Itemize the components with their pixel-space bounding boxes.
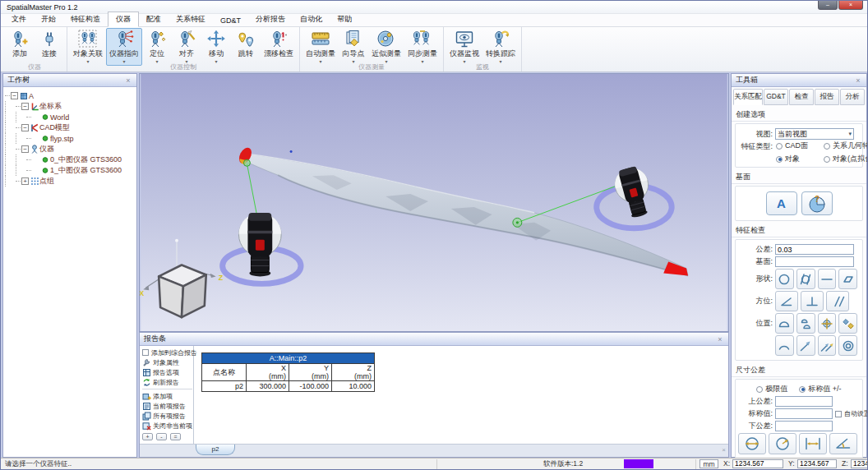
ribbon-button-自动测量[interactable]: 自动测量▾ — [302, 28, 339, 66]
toolbox-tab-检查[interactable]: 检查 — [789, 89, 814, 105]
radio-对象[interactable]: 对象 — [776, 154, 824, 164]
ribbon-button-转换跟踪[interactable]: 转换跟踪▾ — [482, 28, 519, 66]
tree-item-flyp.stp[interactable]: flyp.stp — [5, 133, 135, 144]
gdt-button-symmetry-icon[interactable] — [838, 313, 857, 334]
close-button[interactable]: × — [838, 1, 863, 10]
report-resize-grip[interactable]: × — [722, 446, 726, 454]
menu-item-文件[interactable]: 文件 — [4, 12, 34, 26]
report-tab-p2[interactable]: p2 — [196, 445, 235, 455]
table-row[interactable]: p2300.000-100.00010.000 — [202, 381, 375, 392]
datum-input[interactable] — [775, 256, 854, 267]
gdt-button-perpendicularity-icon[interactable] — [801, 291, 824, 311]
menu-item-GD&T[interactable]: GD&T — [213, 15, 248, 26]
report-zoom-button-+[interactable]: + — [142, 433, 153, 440]
radio-CAD面[interactable]: CAD面 — [776, 141, 824, 151]
tree-item-仪器[interactable]: −仪器 — [5, 144, 135, 154]
radio-limit-values[interactable]: 极限值 — [756, 384, 787, 394]
viewport-3d[interactable]: Z X — [139, 73, 729, 332]
report-zoom-button-=[interactable]: = — [170, 433, 181, 440]
tree-item-CAD模型[interactable]: −CAD模型 — [5, 122, 135, 133]
nominal-input[interactable] — [775, 408, 833, 419]
radio-关系几何特征[interactable]: 关系几何特征 — [824, 141, 868, 151]
ribbon-button-对齐[interactable]: 对齐▾ — [172, 28, 201, 66]
ribbon-button-同步测量[interactable]: 同步测量▾ — [404, 28, 441, 66]
report-action-所有项报告[interactable]: 所有项报告 — [142, 411, 192, 421]
menu-item-分析报告[interactable]: 分析报告 — [248, 12, 293, 26]
tree-item-World[interactable]: World — [5, 112, 135, 122]
datum-circle-button[interactable]: ? — [801, 191, 833, 215]
ribbon-button-移动[interactable]: 移动▾ — [201, 28, 231, 66]
report-close-icon[interactable]: × — [716, 335, 724, 343]
tree-expander-icon[interactable]: − — [11, 92, 18, 99]
toolbox-tab-报告[interactable]: 报告 — [815, 89, 839, 105]
gdt-button-arc-icon[interactable] — [775, 335, 794, 356]
coord-z-input[interactable] — [851, 459, 868, 468]
report-action-关闭非当前项[interactable]: 关闭非当前项 — [142, 421, 192, 431]
lower-tolerance-input[interactable] — [775, 421, 833, 431]
tree-item-A[interactable]: −A — [5, 90, 135, 101]
gdt-button-dim-radius-icon[interactable] — [769, 433, 796, 454]
gdt-button-flatness-icon[interactable] — [838, 269, 857, 289]
ribbon-button-向导点[interactable]: 向导点▾ — [339, 28, 368, 66]
toolbox-close-icon[interactable]: × — [854, 76, 862, 85]
report-action-对象属性[interactable]: 对象属性 — [142, 357, 192, 367]
report-action-添加项[interactable]: 添加项 — [142, 391, 192, 401]
gdt-button-profile-line-icon[interactable] — [775, 313, 794, 334]
viewport-canvas[interactable]: Z X — [140, 74, 728, 331]
tree-item-1_中图仪器 GTS3600[interactable]: 1_中图仪器 GTS3600 — [5, 165, 135, 176]
report-action-当前项报告[interactable]: 当前项报告 — [142, 401, 192, 411]
menu-item-帮助[interactable]: 帮助 — [330, 12, 359, 26]
gdt-button-angularity-icon[interactable] — [775, 291, 798, 311]
gdt-button-dim-angle-icon[interactable] — [829, 433, 857, 454]
tree-item-坐标系[interactable]: −坐标系 — [5, 101, 135, 112]
minimize-button[interactable]: – — [818, 1, 838, 10]
menu-item-配准[interactable]: 配准 — [139, 12, 169, 26]
report-zoom-button--[interactable]: - — [156, 433, 167, 440]
coord-x-input[interactable] — [732, 459, 783, 468]
auto-nominal-checkbox[interactable]: 自动设置标称值 — [835, 409, 868, 418]
gdt-button-circularity-icon[interactable] — [775, 269, 794, 289]
menu-item-开始[interactable]: 开始 — [34, 12, 63, 26]
menu-item-特征构造[interactable]: 特征构造 — [63, 12, 108, 26]
tree-item-点组[interactable]: +点组 — [5, 176, 135, 187]
toolbox-tab-GD&T[interactable]: GD&T — [764, 89, 788, 105]
ribbon-button-添加[interactable]: 添加 — [5, 28, 35, 66]
gdt-button-concentricity-icon[interactable] — [838, 335, 857, 356]
coord-y-input[interactable] — [797, 459, 837, 468]
ribbon-button-定位[interactable]: 定位▾ — [142, 28, 172, 66]
gdt-button-cylindricity-icon[interactable] — [796, 269, 815, 289]
ribbon-button-漂移检查[interactable]: 漂移检查 — [261, 28, 297, 66]
gdt-button-dim-diameter-icon[interactable] — [738, 433, 766, 454]
ribbon-button-跳转[interactable]: 跳转 — [231, 28, 261, 66]
tolerance-input[interactable] — [775, 244, 854, 255]
gdt-button-total-runout-icon[interactable] — [818, 335, 837, 356]
menu-item-自动化[interactable]: 自动化 — [293, 12, 330, 26]
report-action-刷新报告[interactable]: 刷新报告 — [142, 377, 192, 387]
toolbox-tab-分析[interactable]: 分析 — [840, 89, 865, 105]
radio-对象(点拟合)[interactable]: 对象(点拟合) — [824, 154, 868, 164]
gdt-button-dim-length-icon[interactable] — [799, 433, 827, 454]
upper-tolerance-input[interactable] — [775, 396, 833, 407]
datum-a-button[interactable]: A — [766, 191, 797, 215]
report-action-添加到综合报告[interactable]: 添加到综合报告 — [142, 348, 192, 357]
tree-expander-icon[interactable]: − — [21, 124, 29, 131]
gdt-button-position-icon[interactable] — [818, 313, 837, 334]
gdt-button-straightness-icon[interactable] — [818, 269, 837, 289]
report-action-报告选项[interactable]: 报告选项 — [142, 367, 192, 377]
tree-expander-icon[interactable]: − — [21, 103, 29, 110]
ribbon-button-仪器监视[interactable]: 仪器监视▾ — [446, 28, 482, 66]
ribbon-button-对象关联[interactable]: 对象关联▾ — [70, 28, 106, 66]
menu-item-关系特征[interactable]: 关系特征 — [169, 12, 213, 26]
ribbon-button-连接[interactable]: 连接 — [35, 28, 64, 66]
toolbox-tab-关系匹配[interactable]: 关系匹配 — [733, 89, 763, 105]
ribbon-button-近似测量[interactable]: 近似测量▾ — [368, 28, 404, 66]
tree-expander-icon[interactable]: + — [21, 177, 29, 185]
view-dropdown[interactable]: 当前视图 ▾ — [775, 128, 854, 140]
tree-expander-icon[interactable]: − — [21, 145, 29, 153]
worktree-close-icon[interactable]: × — [124, 76, 132, 85]
gdt-button-parallelism-icon[interactable] — [826, 291, 849, 311]
gdt-button-runout-icon[interactable] — [796, 335, 815, 356]
gdt-button-profile-surface-icon[interactable] — [796, 313, 815, 334]
radio-nominal-plusminus[interactable]: 标称值 +/- — [799, 384, 841, 394]
tree-item-0_中图仪器 GTS3600[interactable]: 0_中图仪器 GTS3600 — [5, 154, 135, 165]
